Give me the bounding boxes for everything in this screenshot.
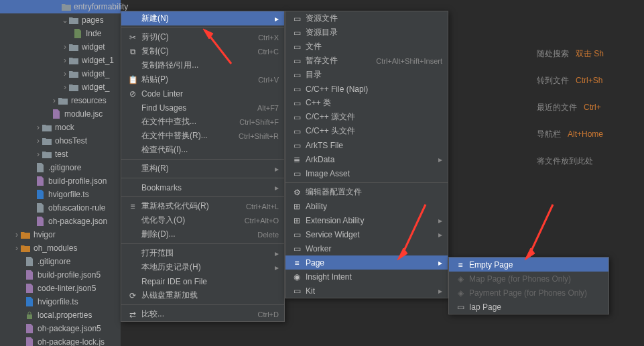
json-icon bbox=[51, 109, 62, 119]
tree-folder-widget1[interactable]: ›widget_1 bbox=[0, 54, 121, 67]
menu-replaceinfiles[interactable]: 在文件中替换(R)...Ctrl+Shift+R bbox=[121, 129, 284, 143]
tree-folder-pages[interactable]: ⌄pages bbox=[0, 13, 121, 27]
tree-folder-ohostest[interactable]: ›ohosTest bbox=[0, 134, 121, 148]
shortcut: Delete bbox=[257, 231, 279, 239]
menu-copypath[interactable]: 复制路径/引用... bbox=[121, 58, 284, 72]
menu-page[interactable]: ≡Page▸ bbox=[285, 255, 448, 270]
tree-file-ohpkglock[interactable]: oh-package-lock.js bbox=[0, 335, 121, 346]
menu-paste[interactable]: 📋粘贴(P)Ctrl+V bbox=[121, 72, 284, 86]
menu-insight[interactable]: ◉Insight Intent bbox=[285, 270, 448, 284]
menu-compare[interactable]: ⇄比较...Ctrl+D bbox=[121, 307, 284, 321]
menu-ability[interactable]: ⊞Ability bbox=[285, 199, 448, 213]
menu-paymentpage: ◈Payment Page (for Phones Only) bbox=[449, 286, 608, 300]
menu-new[interactable]: 新建(N)▸ bbox=[121, 11, 284, 25]
tree-file-buildprofile[interactable]: build-profile.json bbox=[0, 174, 121, 188]
menu-arkdata[interactable]: ≣ArkData▸ bbox=[285, 152, 448, 166]
menu-worker[interactable]: ▭Worker bbox=[285, 241, 448, 255]
menu-findusages[interactable]: Find UsagesAlt+F7 bbox=[121, 101, 284, 115]
menu-editorconfig[interactable]: ⚙编辑器配置文件 bbox=[285, 185, 448, 199]
menu-repairide[interactable]: Repair IDE on File bbox=[121, 274, 284, 288]
tree-label: hvigor bbox=[34, 230, 56, 239]
menu-resfile[interactable]: ▭资源文件 bbox=[285, 11, 448, 25]
json-icon bbox=[35, 216, 46, 227]
tree-file-hvigorfile[interactable]: hvigorfile.ts bbox=[0, 188, 121, 201]
tree-file-obfuscation[interactable]: obfuscation-rule bbox=[0, 201, 121, 215]
menu-reformat[interactable]: ≡重新格式化代码(R)Ctrl+Alt+L bbox=[121, 199, 284, 213]
menu-label: C++ 类 bbox=[306, 97, 442, 109]
tree-folder-test[interactable]: ›test bbox=[0, 148, 121, 161]
chevron-right-icon: ▸ bbox=[272, 263, 279, 272]
tree-folder-resources[interactable]: ›resources bbox=[0, 94, 121, 107]
menu-optimize[interactable]: 优化导入(O)Ctrl+Alt+O bbox=[121, 213, 284, 227]
tree-file-gitignore[interactable]: .gitignore bbox=[0, 161, 121, 174]
tree-file-buildprofile2[interactable]: build-profile.json5 bbox=[0, 268, 121, 282]
menu-label: 重构(R) bbox=[141, 163, 272, 174]
menu-ccppsrc[interactable]: ▭C/C++ 源文件 bbox=[285, 110, 448, 124]
menu-label: Code Linter bbox=[141, 89, 279, 99]
chevron-right-icon: › bbox=[35, 123, 42, 132]
project-tree[interactable]: entryformability ⌄pages Inde ›widget ›wi… bbox=[0, 0, 121, 346]
menu-refactor[interactable]: 重构(R)▸ bbox=[121, 162, 284, 176]
menu-cut[interactable]: ✂剪切(C)Ctrl+X bbox=[121, 30, 284, 44]
file-icon bbox=[72, 28, 83, 39]
menu-findinfiles[interactable]: 在文件中查找...Ctrl+Shift+F bbox=[121, 115, 284, 129]
copy-icon: ⧉ bbox=[127, 47, 139, 56]
menu-openin[interactable]: 打开范围▸ bbox=[121, 246, 284, 260]
tree-file-codelinter[interactable]: code-linter.json5 bbox=[0, 282, 121, 295]
tree-label: oh-package-lock.js bbox=[38, 337, 105, 346]
chevron-right-icon: ▸ bbox=[436, 258, 442, 268]
tree-folder-widget2[interactable]: ›widget_ bbox=[0, 67, 121, 80]
menu-localhist[interactable]: 本地历史记录(H)▸ bbox=[121, 260, 284, 274]
file-icon bbox=[35, 203, 46, 213]
tree-file-hvigorfile2[interactable]: hvigorfile.ts bbox=[0, 295, 121, 308]
menu-arkts[interactable]: ▭ArkTS File bbox=[285, 138, 448, 152]
chevron-right-icon: › bbox=[51, 96, 58, 105]
tree-folder-hvigor[interactable]: ›hvigor bbox=[0, 228, 121, 241]
tree-folder-mock[interactable]: ›mock bbox=[0, 121, 121, 134]
tree-file-ohpackage[interactable]: oh-package.json bbox=[0, 215, 121, 228]
menu-delete[interactable]: 删除(D)...Delete bbox=[121, 227, 284, 241]
tree-folder-ohmodules[interactable]: ›oh_modules bbox=[0, 241, 121, 255]
folder-icon bbox=[68, 82, 79, 93]
cpp-icon: ▭ bbox=[291, 127, 303, 136]
menu-servicewidget[interactable]: ▭Service Widget▸ bbox=[285, 227, 448, 241]
tree-file-index[interactable]: Inde bbox=[0, 27, 121, 40]
tree-file-modulejson[interactable]: module.jsc bbox=[0, 107, 121, 121]
menu-codelinter[interactable]: ⊘Code Linter bbox=[121, 86, 284, 101]
tree-file-ohpackage2[interactable]: oh-package.json5 bbox=[0, 322, 121, 335]
tree-file-localprops[interactable]: local.properties bbox=[0, 308, 121, 322]
tree-label: module.jsc bbox=[64, 109, 103, 119]
menu-ccppfile[interactable]: ▭C/C++ File (Napi) bbox=[285, 82, 448, 96]
menu-label: ArkData bbox=[306, 155, 436, 164]
menu-label: 暂存文件 bbox=[306, 55, 376, 66]
tree-folder-widget[interactable]: ›widget bbox=[0, 40, 121, 54]
menu-cppclass[interactable]: ▭C++ 类 bbox=[285, 96, 448, 110]
menu-extability[interactable]: ⊞Extension Ability▸ bbox=[285, 213, 448, 227]
tree-folder-widget3[interactable]: ›widget_ bbox=[0, 80, 121, 94]
menu-ccpphead[interactable]: ▭C/C++ 头文件 bbox=[285, 124, 448, 138]
tree-label: test bbox=[55, 150, 68, 159]
menu-resdir[interactable]: ▭资源目录 bbox=[285, 25, 448, 40]
menu-copy[interactable]: ⧉复制(C)Ctrl+C bbox=[121, 44, 284, 58]
tree-file-gitignore2[interactable]: .gitignore bbox=[0, 255, 121, 268]
menu-inspect[interactable]: 检查代码(I)... bbox=[121, 143, 284, 157]
tree-label: entryformability bbox=[74, 2, 128, 11]
menu-bookmarks[interactable]: Bookmarks▸ bbox=[121, 180, 284, 194]
menu-emptypage[interactable]: ≡Empty Page bbox=[449, 257, 608, 272]
menu-label: 编辑器配置文件 bbox=[306, 186, 442, 198]
shortcut: Ctrl+Alt+Shift+Insert bbox=[376, 57, 442, 65]
widget-icon: ▭ bbox=[291, 230, 303, 239]
chevron-right-icon: › bbox=[35, 136, 42, 146]
menu-kit[interactable]: ▭Kit▸ bbox=[285, 284, 448, 298]
shortcut: Ctrl+V bbox=[258, 76, 279, 84]
reload-icon: ⟳ bbox=[127, 291, 139, 300]
menu-scratch[interactable]: ▭暂存文件Ctrl+Alt+Shift+Insert bbox=[285, 54, 448, 68]
menu-separator bbox=[121, 304, 284, 305]
menu-iappage[interactable]: ▭Iap Page bbox=[449, 300, 608, 314]
menu-file[interactable]: ▭文件 bbox=[285, 40, 448, 54]
tree-folder-entryformability[interactable]: entryformability bbox=[0, 0, 121, 13]
menu-dir[interactable]: ▭目录 bbox=[285, 68, 448, 82]
ts-icon bbox=[35, 189, 46, 200]
menu-reloaddisk[interactable]: ⟳从磁盘重新加载 bbox=[121, 288, 284, 302]
menu-imageasset[interactable]: ▭Image Asset bbox=[285, 166, 448, 180]
